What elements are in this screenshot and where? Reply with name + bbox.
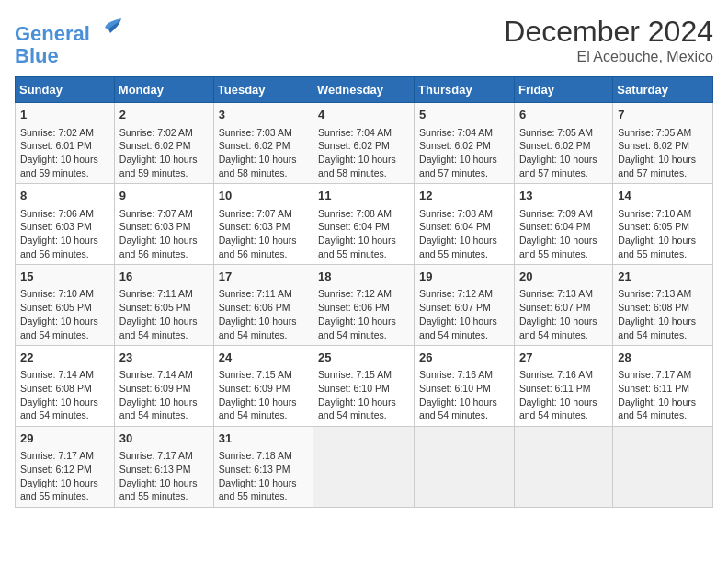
calendar-cell: 30Sunrise: 7:17 AM Sunset: 6:13 PM Dayli…	[114, 427, 213, 508]
day-number: 7	[618, 107, 708, 123]
day-info: Sunrise: 7:12 AM Sunset: 6:06 PM Dayligh…	[318, 287, 409, 341]
day-info: Sunrise: 7:14 AM Sunset: 6:08 PM Dayligh…	[20, 368, 109, 422]
day-info: Sunrise: 7:16 AM Sunset: 6:11 PM Dayligh…	[519, 368, 608, 422]
day-info: Sunrise: 7:04 AM Sunset: 6:02 PM Dayligh…	[419, 126, 509, 180]
calendar-cell	[514, 427, 612, 508]
calendar-cell: 29Sunrise: 7:17 AM Sunset: 6:12 PM Dayli…	[16, 427, 115, 508]
logo-blue: Blue	[15, 45, 125, 67]
calendar-cell: 17Sunrise: 7:11 AM Sunset: 6:06 PM Dayli…	[213, 265, 313, 346]
day-info: Sunrise: 7:08 AM Sunset: 6:04 PM Dayligh…	[419, 207, 509, 261]
day-info: Sunrise: 7:16 AM Sunset: 6:10 PM Dayligh…	[419, 368, 509, 422]
calendar-cell	[613, 427, 713, 508]
day-info: Sunrise: 7:12 AM Sunset: 6:07 PM Dayligh…	[419, 287, 509, 341]
day-info: Sunrise: 7:08 AM Sunset: 6:04 PM Dayligh…	[318, 207, 409, 261]
calendar-week-5: 29Sunrise: 7:17 AM Sunset: 6:12 PM Dayli…	[16, 427, 713, 508]
header-saturday: Saturday	[613, 77, 713, 103]
header-tuesday: Tuesday	[213, 77, 313, 103]
day-info: Sunrise: 7:13 AM Sunset: 6:08 PM Dayligh…	[618, 287, 708, 341]
header-sunday: Sunday	[16, 77, 115, 103]
day-number: 15	[20, 269, 109, 285]
day-number: 24	[219, 350, 308, 366]
header-friday: Friday	[514, 77, 612, 103]
day-number: 22	[20, 350, 109, 366]
day-number: 2	[119, 107, 209, 123]
day-number: 12	[419, 188, 509, 204]
calendar-cell: 2Sunrise: 7:02 AM Sunset: 6:02 PM Daylig…	[114, 103, 213, 184]
calendar-cell: 10Sunrise: 7:07 AM Sunset: 6:03 PM Dayli…	[213, 184, 313, 265]
calendar-cell: 28Sunrise: 7:17 AM Sunset: 6:11 PM Dayli…	[613, 346, 713, 427]
day-info: Sunrise: 7:02 AM Sunset: 6:01 PM Dayligh…	[20, 126, 109, 180]
page-header: General Blue December 2024 El Acebuche, …	[15, 15, 713, 67]
day-number: 31	[219, 431, 308, 447]
day-number: 28	[618, 350, 708, 366]
logo-text: General	[15, 15, 125, 45]
calendar-cell	[415, 427, 515, 508]
calendar-week-3: 15Sunrise: 7:10 AM Sunset: 6:05 PM Dayli…	[16, 265, 713, 346]
month-title: December 2024	[504, 15, 713, 49]
calendar-cell: 9Sunrise: 7:07 AM Sunset: 6:03 PM Daylig…	[114, 184, 213, 265]
calendar-cell: 27Sunrise: 7:16 AM Sunset: 6:11 PM Dayli…	[514, 346, 612, 427]
calendar-header-row: SundayMondayTuesdayWednesdayThursdayFrid…	[16, 77, 713, 103]
calendar-cell: 11Sunrise: 7:08 AM Sunset: 6:04 PM Dayli…	[313, 184, 415, 265]
day-info: Sunrise: 7:05 AM Sunset: 6:02 PM Dayligh…	[618, 126, 708, 180]
day-info: Sunrise: 7:11 AM Sunset: 6:05 PM Dayligh…	[119, 287, 209, 341]
calendar-cell: 31Sunrise: 7:18 AM Sunset: 6:13 PM Dayli…	[213, 427, 313, 508]
day-number: 13	[519, 188, 608, 204]
day-info: Sunrise: 7:11 AM Sunset: 6:06 PM Dayligh…	[219, 287, 308, 341]
logo-bird-icon	[97, 15, 125, 40]
calendar-cell: 7Sunrise: 7:05 AM Sunset: 6:02 PM Daylig…	[613, 103, 713, 184]
day-info: Sunrise: 7:10 AM Sunset: 6:05 PM Dayligh…	[20, 287, 109, 341]
title-block: December 2024 El Acebuche, Mexico	[504, 15, 713, 65]
day-number: 27	[519, 350, 608, 366]
calendar-cell	[313, 427, 415, 508]
day-number: 10	[219, 188, 308, 204]
calendar-cell: 18Sunrise: 7:12 AM Sunset: 6:06 PM Dayli…	[313, 265, 415, 346]
calendar-cell: 13Sunrise: 7:09 AM Sunset: 6:04 PM Dayli…	[514, 184, 612, 265]
calendar-week-4: 22Sunrise: 7:14 AM Sunset: 6:08 PM Dayli…	[16, 346, 713, 427]
calendar-cell: 23Sunrise: 7:14 AM Sunset: 6:09 PM Dayli…	[114, 346, 213, 427]
day-number: 23	[119, 350, 209, 366]
day-info: Sunrise: 7:04 AM Sunset: 6:02 PM Dayligh…	[318, 126, 409, 180]
day-info: Sunrise: 7:15 AM Sunset: 6:10 PM Dayligh…	[318, 368, 409, 422]
day-number: 4	[318, 107, 409, 123]
calendar-cell: 6Sunrise: 7:05 AM Sunset: 6:02 PM Daylig…	[514, 103, 612, 184]
day-number: 9	[119, 188, 209, 204]
header-monday: Monday	[114, 77, 213, 103]
day-number: 18	[318, 269, 409, 285]
day-number: 21	[618, 269, 708, 285]
day-info: Sunrise: 7:17 AM Sunset: 6:13 PM Dayligh…	[119, 449, 209, 503]
calendar-cell: 15Sunrise: 7:10 AM Sunset: 6:05 PM Dayli…	[16, 265, 115, 346]
day-number: 8	[20, 188, 109, 204]
calendar-cell: 19Sunrise: 7:12 AM Sunset: 6:07 PM Dayli…	[415, 265, 515, 346]
calendar-cell: 21Sunrise: 7:13 AM Sunset: 6:08 PM Dayli…	[613, 265, 713, 346]
calendar-week-1: 1Sunrise: 7:02 AM Sunset: 6:01 PM Daylig…	[16, 103, 713, 184]
calendar-cell: 12Sunrise: 7:08 AM Sunset: 6:04 PM Dayli…	[415, 184, 515, 265]
calendar-cell: 25Sunrise: 7:15 AM Sunset: 6:10 PM Dayli…	[313, 346, 415, 427]
day-info: Sunrise: 7:05 AM Sunset: 6:02 PM Dayligh…	[519, 126, 608, 180]
day-number: 17	[219, 269, 308, 285]
day-info: Sunrise: 7:18 AM Sunset: 6:13 PM Dayligh…	[219, 449, 308, 503]
day-number: 25	[318, 350, 409, 366]
day-number: 11	[318, 188, 409, 204]
day-info: Sunrise: 7:03 AM Sunset: 6:02 PM Dayligh…	[219, 126, 308, 180]
day-info: Sunrise: 7:17 AM Sunset: 6:12 PM Dayligh…	[20, 449, 109, 503]
day-number: 14	[618, 188, 708, 204]
day-info: Sunrise: 7:07 AM Sunset: 6:03 PM Dayligh…	[219, 207, 308, 261]
day-number: 5	[419, 107, 509, 123]
day-info: Sunrise: 7:09 AM Sunset: 6:04 PM Dayligh…	[519, 207, 608, 261]
day-info: Sunrise: 7:02 AM Sunset: 6:02 PM Dayligh…	[119, 126, 209, 180]
day-info: Sunrise: 7:06 AM Sunset: 6:03 PM Dayligh…	[20, 207, 109, 261]
day-number: 16	[119, 269, 209, 285]
header-wednesday: Wednesday	[313, 77, 415, 103]
calendar-cell: 1Sunrise: 7:02 AM Sunset: 6:01 PM Daylig…	[16, 103, 115, 184]
header-thursday: Thursday	[415, 77, 515, 103]
logo: General Blue	[15, 15, 125, 67]
day-number: 20	[519, 269, 608, 285]
calendar-table: SundayMondayTuesdayWednesdayThursdayFrid…	[15, 76, 713, 508]
day-info: Sunrise: 7:14 AM Sunset: 6:09 PM Dayligh…	[119, 368, 209, 422]
day-info: Sunrise: 7:07 AM Sunset: 6:03 PM Dayligh…	[119, 207, 209, 261]
day-info: Sunrise: 7:15 AM Sunset: 6:09 PM Dayligh…	[219, 368, 308, 422]
day-number: 19	[419, 269, 509, 285]
day-number: 3	[219, 107, 308, 123]
day-info: Sunrise: 7:17 AM Sunset: 6:11 PM Dayligh…	[618, 368, 708, 422]
